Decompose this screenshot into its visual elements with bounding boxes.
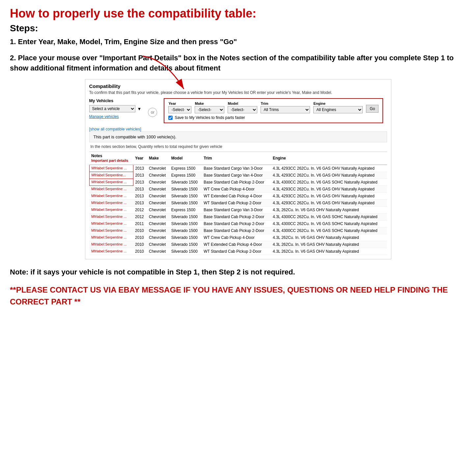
cell-trim: WT Crew Cab Pickup 4-Door (202, 186, 271, 193)
cell-notes: Mfrlabel:Serpentine ... (89, 234, 133, 241)
cell-engine: 4.3L 4293CC 262Cu. In. V6 GAS OHV Natura… (271, 193, 387, 200)
cell-engine: 4.3L 262Cu. In. V6 GAS OHV Naturally Asp… (271, 248, 387, 255)
cell-model: Express 1500 (169, 165, 202, 172)
th-trim: Trim (202, 152, 271, 165)
table-row: Mfrlabel:Serpentine ...2013ChevroletExpr… (89, 165, 387, 172)
trim-field: Trim All Trims (261, 101, 310, 113)
cell-engine: 4.3L 4300CC 262Cu. In. V6 GAS SOHC Natur… (271, 220, 387, 227)
cell-year: 2010 (133, 234, 147, 241)
cell-engine: 4.3L 4293CC 262Cu. In. V6 GAS OHV Natura… (271, 186, 387, 193)
cell-year: 2010 (133, 248, 147, 255)
cell-make: Chevrolet (147, 207, 169, 214)
compat-subtitle: To confirm that this part fits your vehi… (89, 90, 387, 95)
table-row: Mfrlabel:Serpentine ...2013ChevroletSilv… (89, 186, 387, 193)
dropdown-arrow-icon: ▼ (137, 106, 142, 111)
cell-year: 2011 (133, 220, 147, 227)
compat-table-body: Mfrlabel:Serpentine ...2013ChevroletExpr… (89, 165, 387, 255)
vehicle-select-dropdown[interactable]: Select a vehicle (89, 105, 135, 112)
cell-trim: WT Extended Cab Pickup 4-Door (202, 241, 271, 248)
th-model: Model (169, 152, 202, 165)
go-button[interactable]: Go (366, 105, 378, 113)
cell-trim: WT Crew Cab Pickup 4-Door (202, 234, 271, 241)
main-title: How to properly use the compatibility ta… (10, 7, 466, 20)
cell-engine: 4.3L 4293CC 262Cu. In. V6 GAS OHV Natura… (271, 165, 387, 172)
year-field: Year -Select- (168, 101, 191, 113)
table-row: Mfrlabel:Serpentine ...2012ChevroletExpr… (89, 207, 387, 214)
cell-trim: Base Standard Cab Pickup 2-Door (202, 179, 271, 186)
cell-notes: Mfrlabel:Serpentine ... (89, 248, 133, 255)
cell-make: Chevrolet (147, 193, 169, 200)
cell-make: Chevrolet (147, 179, 169, 186)
cell-trim: Base Standard Cargo Van 3-Door (202, 207, 271, 214)
cell-model: Express 1500 (169, 172, 202, 179)
step-1-text: 1. Enter Year, Make, Model, Trim, Engine… (10, 37, 466, 47)
year-select[interactable]: -Select- (168, 106, 191, 113)
cell-model: Silverado 1500 (169, 220, 202, 227)
manage-vehicles-link[interactable]: Manage vehicles (89, 114, 142, 119)
year-label: Year (168, 101, 191, 105)
save-checkbox[interactable] (168, 116, 173, 120)
cell-year: 2010 (133, 241, 147, 248)
table-row: Mfrlabel:Serpentine ...2012ChevroletSilv… (89, 214, 387, 220)
cell-trim: WT Extended Cab Pickup 4-Door (202, 193, 271, 200)
note-text: Note: if it says your vehicle is not com… (10, 267, 466, 277)
cell-notes: Mfrlabel:Serpentine ... (89, 214, 133, 220)
cell-year: 2013 (133, 186, 147, 193)
table-row: Mfrlabel:Serpentine ...2013ChevroletSilv… (89, 200, 387, 207)
compat-section-title: Compatibility (89, 83, 387, 89)
th-engine: Engine (271, 152, 387, 165)
table-row: Mfrlabel:Serpentine ...2011ChevroletSilv… (89, 220, 387, 227)
show-all-link[interactable]: [show all compatible vehicles] (89, 127, 141, 131)
trim-select[interactable]: All Trims (261, 106, 310, 113)
compatibility-wrapper: Compatibility To confirm that this part … (80, 79, 396, 259)
cell-make: Chevrolet (147, 172, 169, 179)
th-notes-sub: Important part details (91, 158, 128, 162)
cell-model: Silverado 1500 (169, 186, 202, 193)
cell-notes: Mfrlabel:Serpentine ... (89, 193, 133, 200)
cell-engine: 4.3L 262Cu. In. V6 GAS OHV Naturally Asp… (271, 241, 387, 248)
cell-trim: Base Standard Cab Pickup 2-Door (202, 220, 271, 227)
cell-notes: Mfrlabel:Serpentine ... (89, 207, 133, 214)
engine-label: Engine (313, 101, 363, 105)
cell-year: 2010 (133, 227, 147, 234)
cell-model: Silverado 1500 (169, 248, 202, 255)
make-field: Make -Select- (195, 101, 224, 113)
cell-notes: Mfrlabel:Serpentine ... (89, 179, 133, 186)
cell-year: 2013 (133, 172, 147, 179)
compatibility-table: Notes Important part details Year Make M… (89, 152, 387, 255)
engine-select[interactable]: All Engines (313, 106, 363, 113)
make-select[interactable]: -Select- (195, 106, 224, 113)
cell-notes: Mfrlabel:Serpentine ... (89, 186, 133, 193)
cell-model: Silverado 1500 (169, 200, 202, 207)
cell-notes: Mfrlabel:Serpentine... (89, 172, 133, 179)
contact-text: **PLEASE CONTACT US VIA EBAY MESSAGE IF … (10, 284, 466, 308)
save-row: Save to My Vehicles to finds parts faste… (168, 115, 378, 120)
trim-label: Trim (261, 101, 310, 105)
cell-make: Chevrolet (147, 220, 169, 227)
table-row: Mfrlabel:Serpentine ...2013ChevroletSilv… (89, 179, 387, 186)
step-2-text: 2. Place your mouse over "Important Part… (10, 53, 466, 73)
table-row: Mfrlabel:Serpentine ...2010ChevroletSilv… (89, 227, 387, 234)
cell-engine: 4.3L 4300CC 262Cu. In. V6 GAS SOHC Natur… (271, 214, 387, 220)
year-make-section: Year -Select- Make -Select- Model (164, 98, 383, 123)
cell-notes: Mfrlabel:Serpentine ... (89, 165, 133, 172)
table-row: Mfrlabel:Serpentine ...2010ChevroletSilv… (89, 241, 387, 248)
compat-note: In the notes section below, Quantity ref… (89, 144, 387, 149)
cell-make: Chevrolet (147, 227, 169, 234)
cell-model: Silverado 1500 (169, 234, 202, 241)
table-row: Mfrlabel:Serpentine...2013ChevroletExpre… (89, 172, 387, 179)
cell-year: 2012 (133, 214, 147, 220)
cell-make: Chevrolet (147, 241, 169, 248)
vehicle-select-wrapper: Select a vehicle ▼ (89, 105, 142, 112)
save-label: Save to My Vehicles to finds parts faste… (175, 115, 245, 120)
compat-inputs-row: My Vehicles Select a vehicle ▼ Manage ve… (89, 98, 387, 123)
cell-notes: Mfrlabel:Serpentine ... (89, 227, 133, 234)
cell-model: Silverado 1500 (169, 241, 202, 248)
cell-engine: 4.3L 4293CC 262Cu. In. V6 GAS OHV Natura… (271, 172, 387, 179)
th-notes: Notes Important part details (89, 152, 133, 165)
cell-trim: Base Standard Cargo Van 3-Door (202, 165, 271, 172)
cell-engine: 4.3L 262Cu. In. V6 GAS OHV Naturally Asp… (271, 234, 387, 241)
model-select[interactable]: -Select- (228, 106, 257, 113)
or-divider: or (148, 108, 157, 117)
cell-notes: Mfrlabel:Serpentine ... (89, 220, 133, 227)
